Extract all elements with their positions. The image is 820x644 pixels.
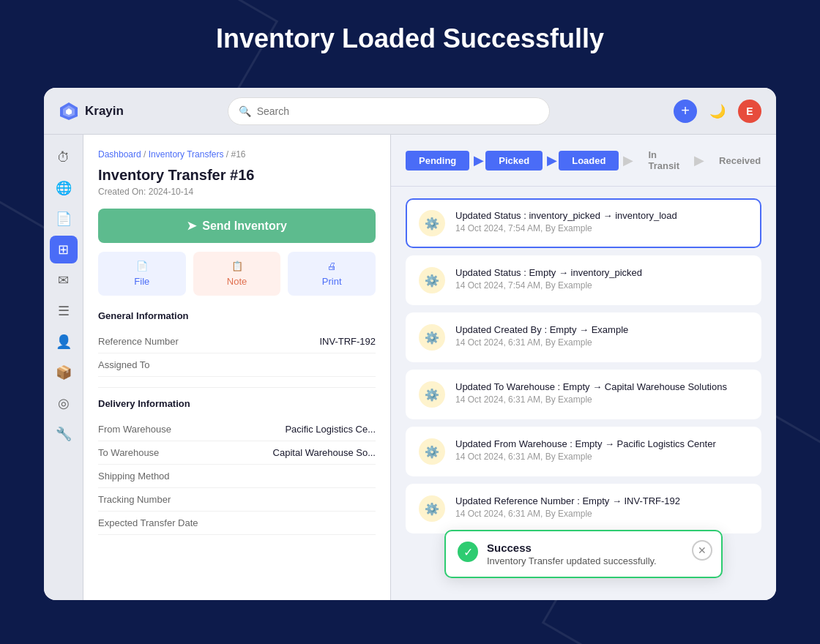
tab-arrow-3: ▶ — [623, 152, 633, 168]
activity-content-2: Updated Status : Empty → inventory_picke… — [455, 267, 642, 291]
activity-item-5: ⚙️ Updated From Warehouse : Empty → Paci… — [406, 427, 761, 476]
activity-title-5: Updated From Warehouse : Empty → Pacific… — [455, 438, 716, 449]
activity-icon-5: ⚙️ — [419, 438, 445, 465]
activity-icon-6: ⚙️ — [419, 495, 445, 522]
activity-item-3: ⚙️ Updated Created By : Empty → Example … — [406, 312, 761, 362]
sidebar-item-document[interactable]: 📄 — [50, 205, 78, 233]
sidebar-item-wrench[interactable]: 🔧 — [50, 420, 78, 448]
activity-time-2: 14 Oct 2024, 7:54 AM, By Example — [455, 280, 642, 291]
breadcrumb-transfers[interactable]: Inventory Transfers — [149, 149, 224, 160]
tab-arrow-2: ▶ — [547, 152, 557, 168]
activity-time-6: 14 Oct 2024, 6:31 AM, By Example — [455, 509, 680, 519]
logo-text: Krayin — [85, 104, 124, 119]
assigned-to-row: Assigned To — [98, 353, 376, 377]
sidebar-item-user[interactable]: 👤 — [50, 328, 78, 356]
breadcrumb: Dashboard / Inventory Transfers / #16 — [98, 149, 376, 160]
search-input[interactable] — [257, 105, 539, 117]
body-area: ⏱ 🌐 📄 ⊞ ✉ ☰ 👤 📦 ◎ 🔧 Dashboard / Inventor… — [44, 135, 776, 600]
section-divider — [98, 387, 376, 388]
sidebar-item-mail[interactable]: ✉ — [50, 266, 78, 294]
breadcrumb-sep1: / — [144, 149, 149, 160]
add-button[interactable]: + — [674, 100, 697, 123]
activity-time-1: 14 Oct 2024, 7:54 AM, By Example — [455, 223, 677, 233]
logo-area: Krayin — [59, 101, 161, 121]
to-value: Capital Warehouse So... — [273, 447, 376, 458]
activity-item-4: ⚙️ Updated To Warehouse : Empty → Capita… — [406, 370, 761, 419]
print-button[interactable]: 🖨 Print — [288, 252, 376, 296]
activity-icon-4: ⚙️ — [419, 381, 445, 408]
send-icon: ➤ — [187, 219, 196, 233]
header-bar: Krayin 🔍 + 🌙 E — [44, 88, 776, 135]
tab-picked[interactable]: Picked — [485, 151, 543, 171]
print-icon: 🖨 — [327, 261, 337, 272]
ref-value: INV-TRF-192 — [319, 336, 376, 347]
activity-item-6: ⚙️ Updated Reference Number : Empty → IN… — [406, 484, 761, 533]
from-label: From Warehouse — [98, 424, 179, 435]
activity-content-5: Updated From Warehouse : Empty → Pacific… — [455, 438, 716, 462]
activity-icon-1: ⚙️ — [419, 210, 445, 236]
theme-toggle-button[interactable]: 🌙 — [706, 100, 729, 123]
from-warehouse-row: From Warehouse Pacific Logistics Ce... — [98, 418, 376, 441]
note-icon: 📋 — [231, 261, 243, 272]
tab-arrow-1: ▶ — [474, 152, 484, 168]
activity-feed: ⚙️ Updated Status : inventory_picked → i… — [391, 187, 776, 553]
activity-time-3: 14 Oct 2024, 6:31 AM, By Example — [455, 337, 628, 348]
tab-arrow-4: ▶ — [694, 152, 704, 168]
sidebar-item-grid[interactable]: ⊞ — [50, 236, 78, 263]
activity-content-6: Updated Reference Number : Empty → INV-T… — [455, 495, 680, 519]
page-title: Inventory Loaded Successfully — [0, 23, 820, 54]
ref-number-row: Reference Number INV-TRF-192 — [98, 330, 376, 353]
search-icon: 🔍 — [239, 105, 251, 117]
activity-icon-2: ⚙️ — [419, 267, 445, 293]
tab-loaded[interactable]: Loaded — [559, 151, 619, 171]
activity-item-2: ⚙️ Updated Status : Empty → inventory_pi… — [406, 255, 761, 305]
activity-title-4: Updated To Warehouse : Empty → Capital W… — [455, 381, 727, 392]
activity-time-5: 14 Oct 2024, 6:31 AM, By Example — [455, 452, 716, 462]
sidebar-item-package[interactable]: 📦 — [50, 359, 78, 386]
send-inventory-button[interactable]: ➤ Send Inventory — [98, 209, 376, 243]
sidebar-item-list[interactable]: ☰ — [50, 297, 78, 325]
created-date: 2024-10-14 — [149, 187, 193, 197]
breadcrumb-id: #16 — [231, 149, 245, 160]
breadcrumb-dashboard[interactable]: Dashboard — [98, 149, 141, 160]
toast-close-button[interactable]: ✕ — [692, 540, 712, 561]
header-actions: + 🌙 E — [674, 100, 761, 123]
success-check-icon: ✓ — [458, 542, 478, 562]
toast-title: Success — [487, 542, 657, 554]
activity-content-3: Updated Created By : Empty → Example 14 … — [455, 324, 628, 348]
assigned-label: Assigned To — [98, 359, 179, 370]
to-warehouse-row: To Warehouse Capital Warehouse So... — [98, 441, 376, 465]
action-buttons-row: 📄 File 📋 Note 🖨 Print — [98, 252, 376, 296]
sidebar-item-clock[interactable]: ⏱ — [50, 143, 78, 171]
main-card: Krayin 🔍 + 🌙 E ⏱ 🌐 📄 ⊞ ✉ ☰ 👤 📦 ◎ 🔧 — [44, 88, 776, 600]
general-info-header: General Information — [98, 310, 376, 321]
note-button[interactable]: 📋 Note — [193, 252, 281, 296]
activity-title-3: Updated Created By : Empty → Example — [455, 324, 628, 335]
avatar[interactable]: E — [738, 100, 761, 123]
logo-icon — [59, 101, 79, 121]
success-toast: ✓ Success Inventory Transfer updated suc… — [444, 530, 723, 578]
content-right: Pending ▶ Picked ▶ Loaded ▶ In Transit ▶… — [391, 135, 776, 600]
shipping-method-row: Shipping Method — [98, 465, 376, 488]
activity-item-1: ⚙️ Updated Status : inventory_picked → i… — [406, 198, 761, 248]
activity-title-2: Updated Status : Empty → inventory_picke… — [455, 267, 642, 278]
tab-received[interactable]: Received — [706, 151, 774, 171]
tab-pending[interactable]: Pending — [406, 151, 469, 171]
expected-date-row: Expected Transfer Date — [98, 512, 376, 535]
search-bar[interactable]: 🔍 — [228, 97, 550, 125]
from-value: Pacific Logistics Ce... — [285, 424, 376, 435]
ref-label: Reference Number — [98, 336, 179, 347]
file-button[interactable]: 📄 File — [98, 252, 186, 296]
file-icon: 📄 — [136, 261, 148, 272]
sidebar-item-location[interactable]: ◎ — [50, 389, 78, 417]
activity-time-4: 14 Oct 2024, 6:31 AM, By Example — [455, 394, 727, 405]
status-tabs: Pending ▶ Picked ▶ Loaded ▶ In Transit ▶… — [391, 135, 776, 187]
toast-message: Inventory Transfer updated successfully. — [487, 555, 657, 566]
tab-in-transit[interactable]: In Transit — [635, 145, 693, 176]
expected-label: Expected Transfer Date — [98, 517, 198, 528]
activity-content-4: Updated To Warehouse : Empty → Capital W… — [455, 381, 727, 405]
delivery-info-header: Delivery Information — [98, 398, 376, 409]
tracking-number-row: Tracking Number — [98, 488, 376, 512]
sidebar-item-globe[interactable]: 🌐 — [50, 174, 78, 202]
activity-title-6: Updated Reference Number : Empty → INV-T… — [455, 495, 680, 506]
